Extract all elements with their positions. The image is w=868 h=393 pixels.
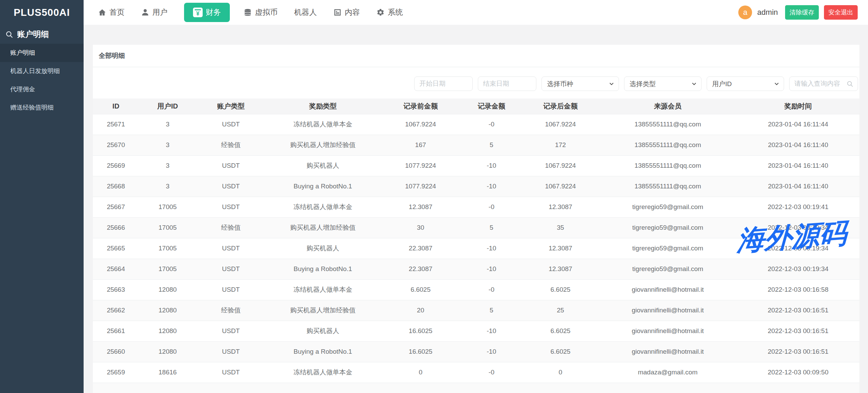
top-nav-items: 首页 用户 ¥ 财务 虚拟币 机器人 内容 系统 xyxy=(98,3,419,22)
topbar-right: a admin 清除缓存 安全退出 xyxy=(738,5,858,20)
table-cell: 3 xyxy=(139,176,196,197)
end-date-input[interactable] xyxy=(478,76,536,91)
table-cell: USDT xyxy=(196,176,266,197)
table-cell: 0 xyxy=(380,362,461,383)
currency-select[interactable]: 选择币种 xyxy=(542,76,619,91)
avatar[interactable]: a xyxy=(738,6,752,19)
sidebar-item-account-detail[interactable]: 账户明细 xyxy=(0,44,84,62)
table-cell: 12.3087 xyxy=(522,259,599,279)
records-table-wrap: ID 用户ID 账户类型 奖励类型 记录前金额 记录金额 记录后金额 来源会员 … xyxy=(93,99,859,393)
user-icon xyxy=(141,8,149,17)
nav-item-robot[interactable]: 机器人 xyxy=(294,7,317,18)
table-cell: 2022-12-03 00:19:34 xyxy=(737,217,859,238)
nav-label: 虚拟币 xyxy=(255,7,278,18)
filter-bar: 选择币种 选择类型 用户ID xyxy=(93,76,858,91)
table-cell: tigreregio59@gmail.com xyxy=(599,238,737,259)
table-cell: tigreregio59@gmail.com xyxy=(599,217,737,238)
table-cell: 购买机器人增加经验值 xyxy=(265,217,380,238)
table-cell: tigreregio59@gmail.com xyxy=(599,259,737,279)
sidebar-item-gift-exp-detail[interactable]: 赠送经验值明细 xyxy=(0,99,84,117)
nav-item-crypto[interactable]: 虚拟币 xyxy=(244,7,278,18)
table-cell: 购买机器人 xyxy=(265,238,380,259)
table-cell: giovannifinelli@hotmail.it xyxy=(599,300,737,321)
nav-item-system[interactable]: 系统 xyxy=(376,7,403,18)
top-navbar: 首页 用户 ¥ 财务 虚拟币 机器人 内容 系统 a admin 清除缓存 安全… xyxy=(84,0,868,25)
logout-button[interactable]: 安全退出 xyxy=(824,5,858,20)
table-cell: 25670 xyxy=(93,135,139,155)
type-select-wrap: 选择类型 xyxy=(624,76,701,91)
sidebar-section-header: 账户明细 xyxy=(0,25,84,44)
table-cell: 3 xyxy=(139,135,196,155)
table-cell: 2022-12-03 00:16:51 xyxy=(737,341,859,362)
table-cell: USDT xyxy=(196,321,266,341)
nav-item-finance[interactable]: ¥ 财务 xyxy=(184,3,230,22)
user-id-select[interactable]: 用户ID xyxy=(707,76,784,91)
table-cell: 25660 xyxy=(93,341,139,362)
start-date-input[interactable] xyxy=(414,76,473,91)
tab-all-details[interactable]: 全部明细 xyxy=(99,51,125,60)
table-cell: 6.6025 xyxy=(522,341,599,362)
table-cell: 6.6025 xyxy=(380,279,461,300)
nav-label: 首页 xyxy=(109,7,125,18)
table-cell: 2023-01-04 16:11:44 xyxy=(737,114,859,135)
table-cell: 冻结机器人做单本金 xyxy=(265,197,380,217)
table-cell: 25659 xyxy=(93,362,139,383)
table-cell: 25669 xyxy=(93,155,139,176)
search-icon[interactable] xyxy=(846,80,854,87)
table-cell: 6.6025 xyxy=(522,279,599,300)
table-cell: -10 xyxy=(461,238,522,259)
table-cell: -10 xyxy=(461,155,522,176)
table-cell: 3 xyxy=(139,155,196,176)
table-cell: 冻结机器人做单本金 xyxy=(265,279,380,300)
nav-item-users[interactable]: 用户 xyxy=(141,7,168,18)
column-header-reward-type: 奖励类型 xyxy=(265,99,380,114)
clear-cache-button[interactable]: 清除缓存 xyxy=(785,5,819,20)
table-cell: tigreregio59@gmail.com xyxy=(599,197,737,217)
content-icon xyxy=(333,8,342,17)
table-cell: USDT xyxy=(196,155,266,176)
nav-item-content[interactable]: 内容 xyxy=(333,7,360,18)
table-cell: 5 xyxy=(461,217,522,238)
table-row: 2566617005经验值购买机器人增加经验值30535tigreregio59… xyxy=(93,217,859,238)
sidebar-item-robot-daily-release[interactable]: 机器人日发放明细 xyxy=(0,62,84,80)
nav-item-home[interactable]: 首页 xyxy=(98,7,125,18)
nav-label: 用户 xyxy=(152,7,168,18)
user-id-select-wrap: 用户ID xyxy=(707,76,784,91)
table-cell: USDT xyxy=(196,114,266,135)
table-cell: -0 xyxy=(461,362,522,383)
table-cell: 13855551111@qq.com xyxy=(599,135,737,155)
table-cell: Buying a RobotNo.1 xyxy=(265,176,380,197)
table-cell: 5 xyxy=(461,135,522,155)
table-cell: Buying a RobotNo.1 xyxy=(265,341,380,362)
table-body: 256713USDT冻结机器人做单本金1067.9224-01067.92241… xyxy=(93,114,859,383)
table-cell: 1067.9224 xyxy=(380,114,461,135)
table-cell: 1077.9224 xyxy=(380,155,461,176)
table-cell: -0 xyxy=(461,279,522,300)
table-cell: USDT xyxy=(196,197,266,217)
table-cell: 25661 xyxy=(93,321,139,341)
table-cell: USDT xyxy=(196,238,266,259)
table-cell: madaza@gmail.com xyxy=(599,362,737,383)
column-header-id: ID xyxy=(93,99,139,114)
column-header-amount-before: 记录前金额 xyxy=(380,99,461,114)
table-row: 2566417005USDTBuying a RobotNo.122.3087-… xyxy=(93,259,859,279)
table-cell: 13855551111@qq.com xyxy=(599,155,737,176)
table-cell: USDT xyxy=(196,259,266,279)
table-cell: 25666 xyxy=(93,217,139,238)
table-cell: 172 xyxy=(522,135,599,155)
table-row: 256683USDTBuying a RobotNo.11077.9224-10… xyxy=(93,176,859,197)
home-icon xyxy=(98,8,106,17)
table-row: 256693USDT购买机器人1077.9224-101067.92241385… xyxy=(93,155,859,176)
table-cell: 17005 xyxy=(139,259,196,279)
table-cell: -0 xyxy=(461,197,522,217)
table-cell: 22.3087 xyxy=(380,238,461,259)
table-row: 2565918616USDT冻结机器人做单本金0-00madaza@gmail.… xyxy=(93,362,859,383)
type-select[interactable]: 选择类型 xyxy=(624,76,701,91)
records-table: ID 用户ID 账户类型 奖励类型 记录前金额 记录金额 记录后金额 来源会员 … xyxy=(93,99,859,383)
table-cell: 13855551111@qq.com xyxy=(599,114,737,135)
sidebar-item-agent-commission[interactable]: 代理佣金 xyxy=(0,80,84,99)
table-cell: 12080 xyxy=(139,321,196,341)
table-row: 256713USDT冻结机器人做单本金1067.9224-01067.92241… xyxy=(93,114,859,135)
nav-label: 机器人 xyxy=(294,7,317,18)
sidebar-menu: 账户明细 机器人日发放明细 代理佣金 赠送经验值明细 xyxy=(0,44,84,117)
